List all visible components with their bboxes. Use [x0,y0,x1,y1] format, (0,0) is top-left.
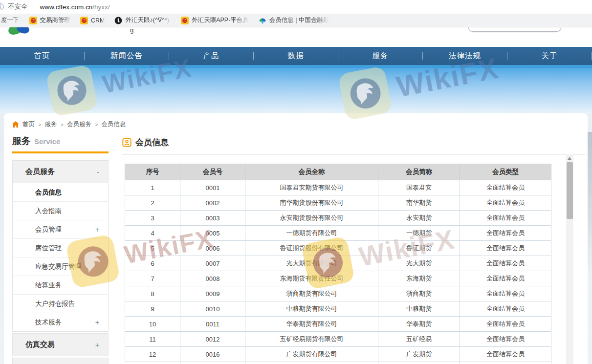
nav-item-4[interactable]: 数据 [254,51,338,61]
bookmark-label: CRM [91,17,105,24]
sidebar-title-underline [12,151,109,153]
site-search-input[interactable] [468,27,561,32]
wikifx-icon [181,17,189,24]
cffex-icon [259,17,266,24]
table-cell: 信达期货有限公司 [245,362,378,364]
table-cell: 全面结算会员 [460,271,551,286]
table-cell: 0010 [180,301,245,317]
sidebar-item-label: 席位管理 [35,244,62,253]
main-nav: 首页新闻公告产品数据服务法律法规关于 [0,47,592,65]
nav-item-3[interactable]: 产品 [169,51,253,61]
sidebar-item[interactable]: 大户持仓报告 [13,295,108,313]
background-city-strip [588,132,592,278]
nav-item-7[interactable]: 关于 [507,51,592,61]
table-cell: 全面结算会员 [460,301,551,317]
table-cell: 8 [125,286,180,301]
table-row: 60007光大期货有限公司光大期货全面结算会员 [125,256,551,271]
bookmark-item-1[interactable]: 度一下 [1,16,20,24]
table-cell: 东海期货 [378,271,460,286]
table-row: 40005一德期货有限公司一德期货全面结算会员 [125,226,551,241]
logo-text-remnant: g [130,27,133,34]
bookmark-label: 外汇天眼APP-平台真 [192,16,249,24]
address-bar[interactable]: ⓘ 不安全 www.cffex.com.cn /hyxx/ [0,0,592,14]
browser-window: ⓘ 不安全 www.cffex.com.cn /hyxx/ 度一下交易商管理CR… [0,0,592,364]
table-header-cell: 会员类型 [460,164,551,180]
table-cell: 永安期货 [378,211,460,226]
nav-item-2[interactable]: 新闻公告 [85,51,169,61]
title-divider [122,154,586,155]
table-row: 100011华泰期货有限公司华泰期货全面结算会员 [125,317,551,332]
site-info-icon[interactable]: ⓘ [0,2,4,12]
table-cell: 4 [125,226,180,241]
bookmark-item-6[interactable]: 会员信息 | 中国金融期 [259,16,329,24]
scrollbar-thumb[interactable] [567,162,573,219]
url-host: www.cffex.com.cn [40,3,93,11]
bookmark-label: 会员信息 | 中国金融期 [269,16,329,24]
content-panel: 首页>服务>会员服务>会员信息 服务 Service 会员服务-会员信息入会指南… [4,113,588,364]
table-header-cell: 会员号 [180,164,245,180]
breadcrumb-separator: > [95,122,98,128]
table-cell: 0011 [180,317,245,332]
address-separator [34,3,34,11]
table-header-cell: 会员全称 [245,164,378,180]
table-cell: 中粮期货有限公司 [245,301,378,317]
scroll-up-icon[interactable] [568,157,571,160]
table-row: 130017信达期货有限公司信达期货全面结算会员 [125,362,551,364]
table-row: 50006鲁证期货股份有限公司鲁证期货全面结算会员 [125,241,551,256]
sidebar-item[interactable]: 入会指南 [13,202,108,220]
sidebar-item[interactable]: 技术服务+ [13,313,108,331]
bookmark-label: 交易商管理 [40,16,71,24]
table-cell: 0017 [180,362,245,364]
table-cell: 广发期货有限公司 [245,347,378,362]
table-header-cell: 序号 [125,164,180,180]
banner [0,68,592,113]
collapse-icon: - [97,168,99,176]
sidebar-item-label: 结算业务 [35,281,62,290]
bookmark-item-5[interactable]: 外汇天眼APP-平台真 [181,16,249,24]
sidebar-item-label: 应急交易厅管理 [35,262,82,271]
security-label: 不安全 [8,2,28,11]
table-cell: 五矿经易期货有限公司 [245,332,378,347]
table-row: 120016广发期货有限公司广发期货全面结算会员 [125,347,551,362]
table-cell: 7 [125,271,180,286]
table-cell: 全面结算会员 [460,332,551,347]
table-cell: 0003 [180,211,245,226]
sidebar-item[interactable]: 会员信息 [13,183,108,202]
nav-item-5[interactable]: 服务 [338,51,422,61]
breadcrumb-item-2[interactable]: 服务 [44,120,57,128]
sidebar-item[interactable]: 结算业务 [13,276,108,295]
table-cell: 一德期货 [378,226,460,241]
home-icon[interactable] [12,121,19,128]
breadcrumb-item-1[interactable]: 首页 [22,120,35,128]
sidebar-group-header[interactable]: 仿真交易+ [13,334,108,356]
wikifx-icon [29,17,37,24]
breadcrumb-item-3[interactable]: 会员服务 [67,120,91,128]
table-cell: 1 [125,180,180,195]
table-cell: 中粮期货 [378,301,460,317]
table-cell: 广发期货 [378,347,460,362]
bookmark-item-2[interactable]: 交易商管理 [29,16,71,24]
table-cell: 5 [125,241,180,256]
sidebar-group-3: 投资者服务+ [12,358,109,364]
table-header-cell: 会员简称 [378,164,460,180]
nav-item-6[interactable]: 法律法规 [423,51,507,61]
sidebar-item[interactable]: 应急交易厅管理 [13,257,108,276]
sidebar-item[interactable]: 席位管理 [13,239,108,257]
table-cell: 0002 [180,195,245,211]
bookmark-item-4[interactable]: 外汇天眼♪(^∇^*)· [114,16,171,24]
sidebar-group-header[interactable]: 投资者服务+ [13,358,108,364]
tcircle-icon [114,17,122,24]
sidebar-item-label: 技术服务 [35,318,62,327]
sidebar-group-header[interactable]: 会员服务- [13,161,108,183]
nav-item-1[interactable]: 首页 [0,51,84,61]
table-scrollbar[interactable] [566,154,573,364]
bookmark-item-3[interactable]: CRM [80,17,105,24]
breadcrumb-separator: > [60,122,63,128]
table-cell: 华泰期货 [378,317,460,332]
sidebar-item-label: 会员信息 [35,188,62,197]
expand-icon: + [95,319,99,326]
sidebar-item[interactable]: 会员管理+ [13,220,108,239]
table-cell: 国泰君安期货有限公司 [245,180,378,195]
sidebar-menu: 会员服务-会员信息入会指南会员管理+席位管理应急交易厅管理结算业务大户持仓报告技… [12,160,109,364]
breadcrumb-item-4[interactable]: 会员信息 [101,120,126,128]
